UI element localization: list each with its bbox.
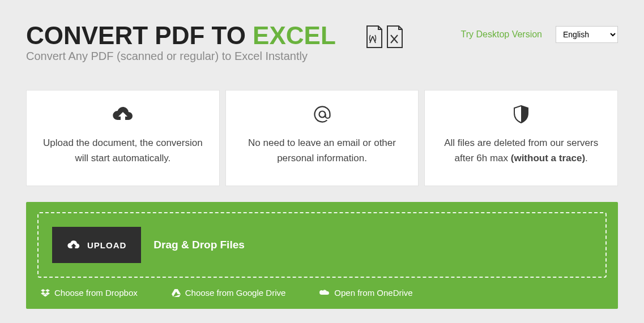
google-drive-icon [172,289,181,297]
page-subtitle: Convert Any PDF (scanned or regular) to … [26,50,365,63]
title-part2: EXCEL [253,21,336,49]
title-part1: CONVERT PDF TO [26,21,253,49]
dropbox-label: Choose from Dropbox [54,288,138,298]
feature-text: Upload the document, the conversion will… [41,136,204,166]
dropbox-link[interactable]: Choose from Dropbox [41,288,138,298]
feature-privacy: All files are deleted from our servers a… [424,90,618,186]
feature-text: All files are deleted from our servers a… [440,136,603,166]
upload-button[interactable]: UPLOAD [52,227,141,263]
onedrive-link[interactable]: Open from OneDrive [319,288,412,298]
cloud-upload-icon [41,103,204,126]
cloud-upload-icon [67,239,80,251]
at-sign-icon [241,103,404,126]
feature-upload: Upload the document, the conversion will… [26,90,220,186]
svg-point-0 [319,111,325,118]
page-title: CONVERT PDF TO EXCEL [26,23,365,49]
drop-zone[interactable]: UPLOAD Drag & Drop Files [37,212,607,278]
language-select[interactable]: English [556,26,618,43]
feature-no-email: No need to leave an email or other perso… [225,90,419,186]
onedrive-icon [319,290,330,296]
upload-panel: UPLOAD Drag & Drop Files Choose from Dro… [26,202,618,309]
try-desktop-link[interactable]: Try Desktop Version [461,29,542,40]
feature-text: No need to leave an email or other perso… [241,136,404,166]
onedrive-label: Open from OneDrive [334,288,412,298]
dropbox-icon [41,289,50,297]
upload-button-label: UPLOAD [87,240,126,250]
format-icons [365,25,404,50]
google-drive-link[interactable]: Choose from Google Drive [172,288,286,298]
google-drive-label: Choose from Google Drive [185,288,286,298]
drag-drop-label: Drag & Drop Files [153,239,244,251]
shield-icon [440,103,603,126]
